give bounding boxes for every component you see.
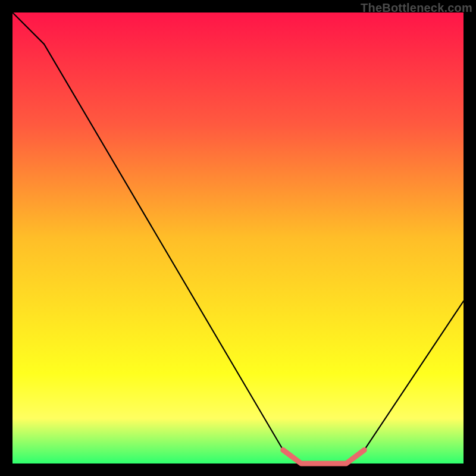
highlight-segment: [283, 450, 364, 464]
chart-svg: [12, 12, 464, 464]
plot-area: [12, 12, 464, 464]
curve-line: [12, 12, 464, 464]
watermark-text: TheBottleneck.com: [361, 1, 472, 15]
